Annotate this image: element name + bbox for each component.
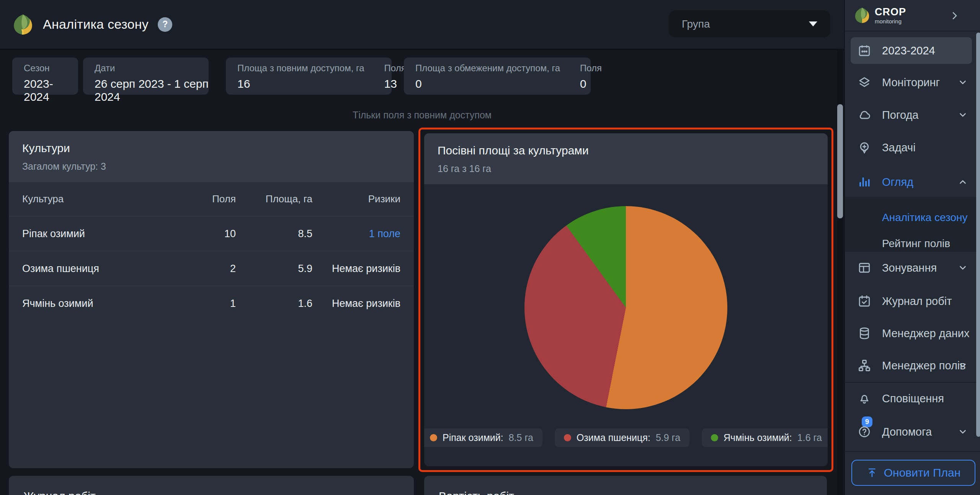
legend-item[interactable]: Ячмінь озимий: 1.6 га bbox=[702, 428, 828, 447]
season-value: 2023-2024 bbox=[24, 77, 78, 103]
culture-area: 8.5 bbox=[236, 228, 312, 240]
cultures-panel: Культури Загалом культур: 3 Культура Пол… bbox=[9, 131, 414, 468]
dates-card: Дати 26 серп 2023 - 1 серп 2024 bbox=[83, 57, 209, 95]
hierarchy-icon bbox=[856, 359, 873, 372]
sidebar-item-notifications[interactable]: Сповіщення bbox=[845, 388, 980, 409]
culture-fields: 10 bbox=[178, 228, 236, 240]
sown-area-subtitle: 16 га з 16 га bbox=[438, 163, 814, 174]
main-scrollbar-thumb[interactable] bbox=[837, 104, 843, 218]
col-culture: Культура bbox=[22, 193, 178, 205]
full-access-fields-value: 13 bbox=[384, 77, 406, 90]
table-row: Озима пшениця 2 5.9 Немає ризиків bbox=[9, 251, 414, 286]
sidebar-item-label: Допомога bbox=[882, 426, 932, 438]
help-icon[interactable]: ? bbox=[158, 17, 172, 32]
chevron-down-icon bbox=[958, 110, 968, 120]
full-access-area-value: 16 bbox=[237, 77, 364, 90]
sidebar-item-field-manager[interactable]: Менеджер полів bbox=[845, 355, 980, 376]
sidebar-brand: CROP monitoring bbox=[845, 0, 980, 31]
limited-access-area-label: Площа з обмеженим доступом, га bbox=[415, 63, 560, 74]
limited-access-area-value: 0 bbox=[415, 77, 560, 90]
update-plan-label: Оновити План bbox=[884, 466, 960, 479]
submenu-item-season-analytics[interactable]: Аналітика сезону bbox=[882, 211, 967, 224]
bell-icon bbox=[856, 392, 873, 405]
legend-value: 5.9 га bbox=[656, 432, 680, 443]
filter-note: Тільки поля з повним доступом bbox=[0, 110, 844, 121]
limited-access-area-card: Площа з обмеженим доступом, га 0 Поля 0 bbox=[404, 57, 591, 95]
brand-subtitle: monitoring bbox=[875, 18, 906, 25]
cultures-title: Культури bbox=[22, 142, 400, 155]
sidebar-item-data-manager[interactable]: Менеджер даних bbox=[845, 323, 980, 344]
legend-item[interactable]: Ріпак озимий: 8.5 га bbox=[424, 428, 542, 447]
culture-fields: 2 bbox=[178, 263, 236, 275]
table-row: Ячмінь озимий 1 1.6 Немає ризиків bbox=[9, 286, 414, 321]
table-layout-icon bbox=[856, 261, 873, 275]
calendar-icon bbox=[856, 44, 873, 57]
work-log-title: Журнал робіт bbox=[23, 490, 414, 495]
pin-plus-icon bbox=[856, 141, 873, 154]
crop-monitoring-logo-icon bbox=[11, 13, 34, 36]
sidebar-item-help[interactable]: 9 Допомога bbox=[845, 421, 980, 443]
season-card: Сезон 2023-2024 bbox=[12, 57, 78, 95]
chevron-down-icon bbox=[958, 77, 968, 87]
sidebar-item-season[interactable]: 2023-2024 bbox=[851, 37, 972, 64]
culture-risk-link[interactable]: 1 поле bbox=[312, 228, 400, 240]
sown-area-panel-header: Посівні площі за культурами 16 га з 16 г… bbox=[424, 133, 828, 184]
sidebar-item-monitoring[interactable]: Моніторинг bbox=[845, 72, 980, 93]
dates-value: 26 серп 2023 - 1 серп 2024 bbox=[95, 77, 209, 103]
group-select-dropdown[interactable]: Група bbox=[669, 10, 830, 38]
full-access-area-card: Площа з повним доступом, га 16 Поля 13 bbox=[226, 57, 392, 95]
work-cost-panel: Вартість робіт bbox=[424, 476, 827, 495]
cultures-table-header: Культура Поля Площа, га Ризики bbox=[9, 182, 414, 216]
chevron-down-icon bbox=[958, 361, 968, 370]
sidebar: CROP monitoring 2023-2024 Моніторинг bbox=[844, 0, 980, 495]
group-select-value: Група bbox=[682, 18, 710, 30]
pie-legend: Ріпак озимий: 8.5 га Озима пшениця: 5.9 … bbox=[424, 428, 828, 447]
sidebar-item-tasks[interactable]: Задачі bbox=[845, 137, 980, 158]
sidebar-item-weather[interactable]: Погода bbox=[845, 104, 980, 126]
legend-value: 8.5 га bbox=[509, 432, 533, 443]
culture-area: 1.6 bbox=[236, 298, 312, 310]
legend-dot-icon bbox=[430, 434, 437, 441]
culture-risks: Немає ризиків bbox=[312, 263, 400, 275]
database-icon bbox=[856, 326, 873, 340]
submenu-item-field-rating[interactable]: Рейтинг полів bbox=[882, 238, 950, 250]
brand-name: CROP bbox=[875, 7, 906, 17]
limited-access-fields-value: 0 bbox=[580, 77, 602, 90]
sidebar-item-label: 2023-2024 bbox=[882, 44, 935, 57]
legend-dot-icon bbox=[711, 434, 718, 441]
sown-area-panel[interactable]: Посівні площі за культурами 16 га з 16 г… bbox=[424, 133, 828, 466]
work-log-panel: Журнал робіт bbox=[9, 476, 414, 495]
col-risks: Ризики bbox=[312, 193, 400, 205]
calendar-check-icon bbox=[856, 294, 873, 308]
cultures-panel-header: Культури Загалом культур: 3 bbox=[9, 131, 414, 182]
culture-risks: Немає ризиків bbox=[312, 298, 400, 310]
col-fields: Поля bbox=[178, 193, 236, 205]
divider bbox=[845, 451, 980, 452]
table-row: Ріпак озимий 10 8.5 1 поле bbox=[9, 216, 414, 251]
sidebar-item-label: Менеджер даних bbox=[882, 327, 970, 340]
bar-chart-icon bbox=[856, 175, 873, 189]
sown-area-title: Посівні площі за культурами bbox=[438, 144, 814, 157]
sidebar-item-work-log[interactable]: Журнал робіт bbox=[845, 290, 980, 312]
collapse-sidebar-icon[interactable] bbox=[949, 9, 960, 22]
sidebar-item-label: Задачі bbox=[882, 141, 916, 154]
chevron-down-icon bbox=[958, 427, 968, 437]
pie-chart[interactable] bbox=[524, 206, 727, 409]
update-plan-button[interactable]: Оновити План bbox=[851, 460, 975, 486]
culture-name: Ячмінь озимий bbox=[22, 298, 178, 310]
sidebar-scrollbar-thumb[interactable] bbox=[976, 33, 980, 437]
cloud-icon bbox=[856, 108, 873, 122]
sidebar-item-label: Моніторинг bbox=[882, 76, 940, 89]
layers-icon bbox=[856, 75, 873, 89]
sidebar-item-zoning[interactable]: Зонування bbox=[845, 257, 980, 279]
legend-label: Ячмінь озимий: bbox=[724, 432, 792, 443]
col-area: Площа, га bbox=[236, 193, 312, 205]
legend-item[interactable]: Озима пшениця: 5.9 га bbox=[555, 428, 689, 447]
sidebar-item-label: Погода bbox=[882, 109, 918, 121]
legend-value: 1.6 га bbox=[797, 432, 822, 443]
sidebar-item-overview[interactable]: Огляд bbox=[845, 171, 980, 193]
culture-name: Озима пшениця bbox=[22, 263, 178, 275]
chevron-down-icon bbox=[809, 21, 817, 26]
culture-name: Ріпак озимий bbox=[22, 228, 178, 240]
legend-label: Ріпак озимий: bbox=[443, 432, 503, 443]
